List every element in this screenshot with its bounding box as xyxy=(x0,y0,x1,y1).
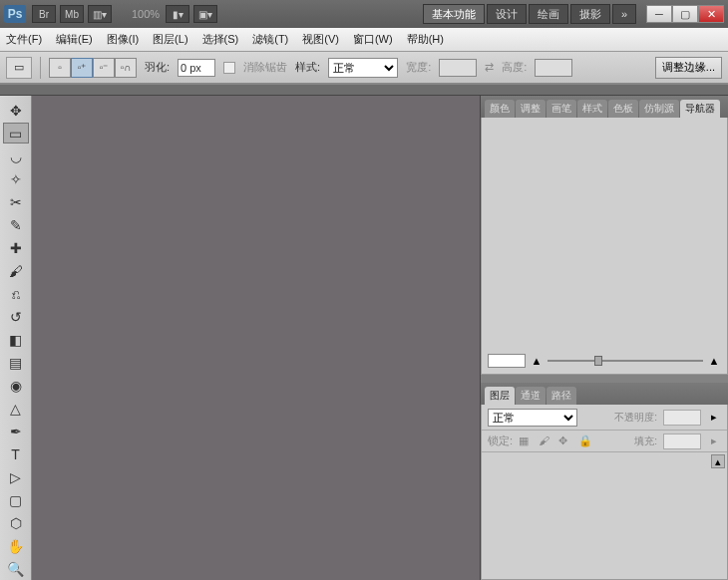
ps-logo-icon: Ps xyxy=(4,5,26,23)
stamp-tool[interactable]: ⎌ xyxy=(3,283,29,304)
menu-layer[interactable]: 图层(L) xyxy=(153,32,187,47)
lock-trans-icon[interactable]: ▦ xyxy=(519,435,533,448)
panels-dock: 颜色 调整 画笔 样式 色板 仿制源 导航器 ▲ ▲ 图层 通道 路径 正常 不 xyxy=(481,96,728,580)
hand-tool[interactable]: ✋ xyxy=(3,536,29,557)
slider-thumb[interactable] xyxy=(594,356,602,366)
brush-tool[interactable]: 🖌 xyxy=(3,260,29,281)
workspace-tab-photography[interactable]: 摄影 xyxy=(570,4,610,24)
nav-zoom-input[interactable] xyxy=(488,354,526,368)
lock-pos-icon[interactable]: ✥ xyxy=(558,435,572,448)
menu-bar: 文件(F) 编辑(E) 图像(I) 图层(L) 选择(S) 滤镜(T) 视图(V… xyxy=(0,28,728,52)
sel-subtract-button[interactable]: ▫⁻ xyxy=(93,58,115,78)
workspace-tab-design[interactable]: 设计 xyxy=(487,4,527,24)
menu-window[interactable]: 窗口(W) xyxy=(353,32,393,47)
move-tool[interactable]: ✥ xyxy=(3,100,29,121)
opacity-flyout-icon[interactable]: ▸ xyxy=(707,411,721,424)
layer-options-row: 正常 不透明度: ▸ xyxy=(482,405,727,431)
height-label: 高度: xyxy=(502,60,527,75)
menu-view[interactable]: 视图(V) xyxy=(302,32,339,47)
height-input xyxy=(535,59,572,77)
marquee-tool[interactable]: ▭ xyxy=(3,123,29,144)
fill-input[interactable] xyxy=(663,434,701,449)
tab-brush[interactable]: 画笔 xyxy=(546,100,576,118)
tab-navigator[interactable]: 导航器 xyxy=(680,100,720,118)
separator xyxy=(40,57,41,79)
menu-image[interactable]: 图像(I) xyxy=(107,32,139,47)
tab-channels[interactable]: 通道 xyxy=(516,387,546,405)
zoom-tool[interactable]: 🔍 xyxy=(3,559,29,580)
blend-mode-select[interactable]: 正常 xyxy=(488,409,577,427)
sel-intersect-button[interactable]: ▫∩ xyxy=(115,58,137,78)
tools-panel: ✥ ▭ ◡ ✧ ✂ ✎ ✚ 🖌 ⎌ ↺ ◧ ▤ ◉ △ ✒ T ▷ ▢ ⬡ ✋ … xyxy=(0,96,32,580)
lock-pixel-icon[interactable]: 🖌 xyxy=(539,435,552,448)
style-select[interactable]: 正常 xyxy=(328,58,398,78)
refine-edge-button[interactable]: 调整边缘... xyxy=(655,57,722,79)
tab-swatches[interactable]: 色板 xyxy=(608,100,638,118)
navigator-panel: ▲ ▲ xyxy=(481,118,728,375)
tab-paths[interactable]: 路径 xyxy=(546,387,576,405)
menu-edit[interactable]: 编辑(E) xyxy=(56,32,93,47)
workspace-more-button[interactable]: » xyxy=(612,4,636,24)
current-tool-icon[interactable]: ▭ xyxy=(6,57,32,79)
opacity-label: 不透明度: xyxy=(614,411,657,425)
swap-wh-icon: ⇄ xyxy=(485,61,494,74)
path-select-tool[interactable]: ▷ xyxy=(3,467,29,488)
zoom-level[interactable]: 100% xyxy=(132,8,160,20)
tab-layers[interactable]: 图层 xyxy=(485,387,515,405)
3d-tool[interactable]: ⬡ xyxy=(3,513,29,534)
options-bar: ▭ ▫ ▫⁺ ▫⁻ ▫∩ 羽化: 0 px 消除锯齿 样式: 正常 宽度: ⇄ … xyxy=(0,52,728,84)
feather-label: 羽化: xyxy=(145,60,170,75)
viewmode-button[interactable]: ▥▾ xyxy=(88,5,112,23)
feather-input[interactable]: 0 px xyxy=(178,59,215,77)
crop-tool[interactable]: ✂ xyxy=(3,191,29,212)
panel-gap xyxy=(481,375,728,383)
width-input xyxy=(439,59,477,77)
tab-adjust[interactable]: 调整 xyxy=(516,100,546,118)
workspace-tab-essentials[interactable]: 基本功能 xyxy=(423,4,485,24)
layer-panel-tabs: 图层 通道 路径 xyxy=(481,383,728,405)
heal-tool[interactable]: ✚ xyxy=(3,237,29,258)
gradient-tool[interactable]: ▤ xyxy=(3,353,29,374)
tab-styles[interactable]: 样式 xyxy=(577,100,607,118)
menu-help[interactable]: 帮助(H) xyxy=(407,32,444,47)
canvas-area[interactable] xyxy=(32,96,481,580)
fill-label: 填充: xyxy=(634,435,657,448)
scroll-up-icon[interactable]: ▴ xyxy=(711,454,725,468)
pen-tool[interactable]: ✒ xyxy=(3,422,29,442)
close-button[interactable]: ✕ xyxy=(698,5,724,23)
title-bar: Ps Br Mb ▥▾ 100% ▮▾ ▣▾ 基本功能 设计 绘画 摄影 » ─… xyxy=(0,0,728,28)
opacity-input[interactable] xyxy=(663,410,701,426)
zoom-in-icon[interactable]: ▲ xyxy=(707,355,721,367)
menu-filter[interactable]: 滤镜(T) xyxy=(252,32,288,47)
tab-clone[interactable]: 仿制源 xyxy=(639,100,679,118)
fill-flyout-icon[interactable]: ▸ xyxy=(707,435,721,447)
minibridge-button[interactable]: Mb xyxy=(60,5,84,23)
tab-color[interactable]: 颜色 xyxy=(485,100,515,118)
menu-select[interactable]: 选择(S) xyxy=(202,32,239,47)
wand-tool[interactable]: ✧ xyxy=(3,168,29,189)
eraser-tool[interactable]: ◧ xyxy=(3,329,29,350)
lock-row: 锁定: ▦ 🖌 ✥ 🔒 填充: ▸ xyxy=(482,431,727,452)
maximize-button[interactable]: ▢ xyxy=(672,5,698,23)
workspace-tab-painting[interactable]: 绘画 xyxy=(529,4,568,24)
type-tool[interactable]: T xyxy=(3,444,29,465)
layer-list[interactable]: ▴ xyxy=(482,452,727,579)
width-label: 宽度: xyxy=(406,60,431,75)
shape-tool[interactable]: ▢ xyxy=(3,490,29,511)
lock-all-icon[interactable]: 🔒 xyxy=(578,435,592,448)
eyedropper-tool[interactable]: ✎ xyxy=(3,214,29,235)
blur-tool[interactable]: ◉ xyxy=(3,376,29,397)
sel-new-button[interactable]: ▫ xyxy=(49,58,71,78)
arrange-button[interactable]: ▮▾ xyxy=(166,5,189,23)
menu-file[interactable]: 文件(F) xyxy=(6,32,42,47)
lasso-tool[interactable]: ◡ xyxy=(3,145,29,166)
zoom-out-icon[interactable]: ▲ xyxy=(530,355,544,367)
dodge-tool[interactable]: △ xyxy=(3,399,29,420)
bridge-button[interactable]: Br xyxy=(32,5,56,23)
screenmode-button[interactable]: ▣▾ xyxy=(193,5,217,23)
sel-add-button[interactable]: ▫⁺ xyxy=(71,58,93,78)
nav-zoom-slider[interactable] xyxy=(547,360,703,362)
minimize-button[interactable]: ─ xyxy=(646,5,672,23)
document-tab-strip xyxy=(0,84,728,96)
history-brush-tool[interactable]: ↺ xyxy=(3,306,29,327)
